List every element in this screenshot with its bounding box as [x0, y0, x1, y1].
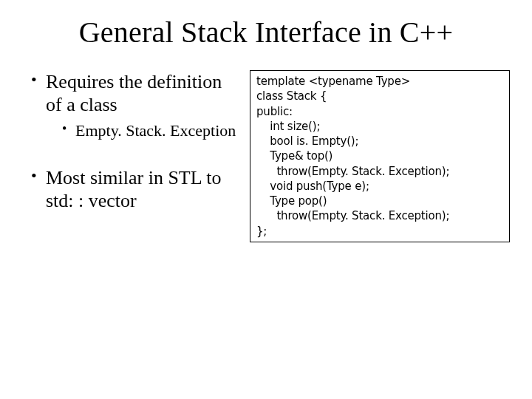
bullet-item: Most similar in STL to std: : vector	[31, 166, 238, 212]
spacer	[31, 146, 238, 166]
right-column: template <typename Type> class Stack { p…	[244, 70, 510, 242]
page-title: General Stack Interface in C++	[0, 0, 532, 50]
bullet-text: Most similar in STL to std: : vector	[46, 167, 221, 211]
slide-body: Requires the definition of a class Empty…	[0, 70, 532, 242]
left-column: Requires the definition of a class Empty…	[0, 70, 244, 242]
bullet-list: Requires the definition of a class Empty…	[31, 70, 238, 141]
bullet-item: Requires the definition of a class Empty…	[31, 70, 238, 141]
code-block: template <typename Type> class Stack { p…	[250, 70, 510, 242]
bullet-list-2: Most similar in STL to std: : vector	[31, 166, 238, 212]
sub-bullet-item: Empty. Stack. Exception	[62, 120, 238, 141]
slide: General Stack Interface in C++ Requires …	[0, 0, 532, 399]
sub-bullet-list: Empty. Stack. Exception	[46, 120, 238, 141]
sub-bullet-text: Empty. Stack. Exception	[75, 121, 236, 140]
bullet-text: Requires the definition of a class	[46, 71, 222, 115]
